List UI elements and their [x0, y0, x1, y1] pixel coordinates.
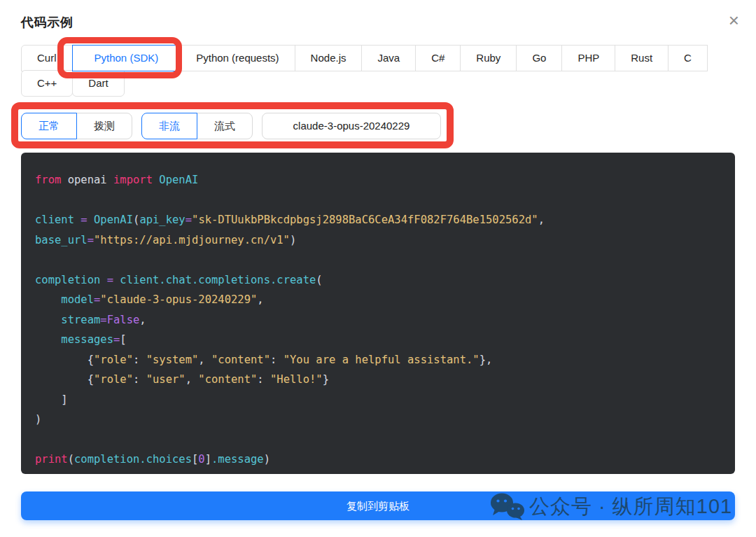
tab-php[interactable]: PHP — [561, 45, 615, 71]
code-line: ] — [35, 390, 721, 410]
tab-curl[interactable]: Curl — [21, 45, 73, 71]
code-line — [35, 250, 721, 270]
code-example-modal: 代码示例 × Curl Python (SDK) Python (request… — [0, 0, 756, 537]
option-dial-test[interactable]: 拨测 — [76, 113, 132, 139]
copy-to-clipboard-button[interactable]: 复制到剪贴板 — [21, 491, 735, 520]
tab-dart[interactable]: Dart — [72, 70, 124, 97]
code-line: model="claude-3-opus-20240229", — [35, 290, 721, 310]
code-line: client = OpenAI(api_key="sk-DTUukbPBkcdp… — [35, 210, 721, 230]
tab-python-sdk[interactable]: Python (SDK) — [72, 45, 181, 71]
code-line: {"role": "system", "content": "You are a… — [35, 350, 721, 370]
code-line: print(completion.choices[0].message) — [35, 449, 721, 470]
tab-c[interactable]: C — [668, 45, 708, 71]
code-line: stream=False, — [35, 310, 721, 330]
tab-java[interactable]: Java — [361, 45, 416, 71]
option-stream[interactable]: 流式 — [197, 113, 253, 139]
code-block[interactable]: from openai import OpenAI client = OpenA… — [21, 153, 735, 474]
close-icon[interactable]: × — [729, 11, 739, 29]
tab-rust[interactable]: Rust — [615, 45, 668, 71]
tab-cpp[interactable]: C++ — [21, 70, 73, 97]
code-content: from openai import OpenAI client = OpenA… — [35, 170, 721, 470]
modal-title: 代码示例 — [21, 14, 73, 31]
code-line: completion = client.chat.completions.cre… — [35, 270, 721, 291]
code-line — [35, 190, 721, 211]
language-tabs-row-2: C++ Dart — [21, 71, 125, 97]
option-non-stream[interactable]: 非流 — [141, 113, 197, 139]
tab-nodejs[interactable]: Node.js — [295, 45, 363, 71]
tab-python-requests[interactable]: Python (requests) — [180, 45, 295, 71]
tab-ruby[interactable]: Ruby — [460, 45, 517, 71]
language-tabs-row-1: Curl Python (SDK) Python (requests) Node… — [21, 45, 708, 71]
request-options-row: 正常 拨测 非流 流式 claude-3-opus-20240229 — [21, 113, 441, 139]
code-line — [35, 430, 721, 450]
code-line: messages=[ — [35, 330, 721, 350]
tab-go[interactable]: Go — [516, 45, 562, 71]
code-line: ) — [35, 410, 721, 430]
tab-csharp[interactable]: C# — [415, 45, 461, 71]
code-line: {"role": "user", "content": "Hello!"} — [35, 370, 721, 390]
code-line: base_url="https://api.mjdjourney.cn/v1") — [35, 230, 721, 251]
code-line: from openai import OpenAI — [35, 170, 721, 190]
option-normal[interactable]: 正常 — [21, 113, 77, 139]
model-name-box[interactable]: claude-3-opus-20240229 — [262, 113, 441, 139]
